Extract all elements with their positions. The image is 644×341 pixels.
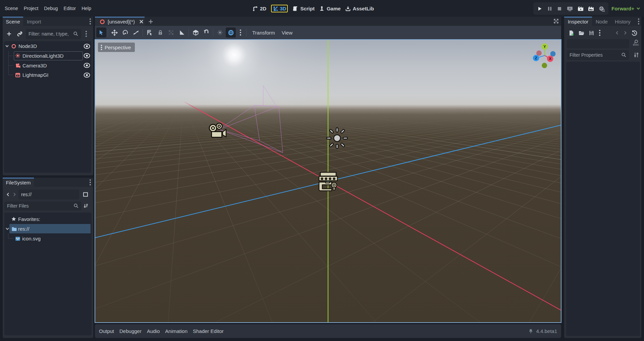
svg-text:X: X	[549, 57, 552, 61]
svg-text:Y: Y	[543, 45, 546, 49]
svg-text:DOC: DOC	[633, 43, 639, 46]
svg-text:Z: Z	[535, 56, 537, 60]
